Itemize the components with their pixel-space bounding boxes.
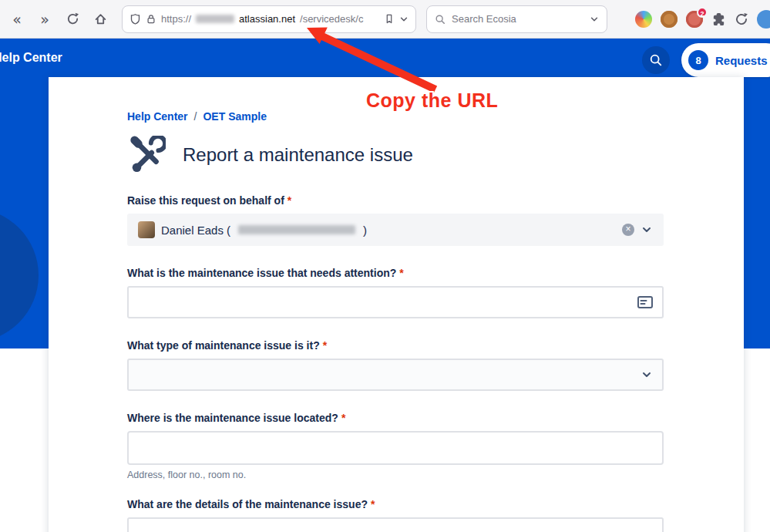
browser-toolbar: « » https:// atlassian.net /service	[0, 0, 770, 39]
url-path: /servicedesk/c	[300, 13, 363, 25]
browser-search-field[interactable]: Search Ecosia	[426, 5, 607, 33]
reload-button[interactable]	[60, 7, 85, 32]
required-asterisk: *	[287, 194, 291, 207]
details-field: What are the details of the maintenance …	[127, 498, 664, 532]
chevron-down-icon[interactable]	[641, 369, 653, 381]
forward-button[interactable]: »	[32, 7, 57, 32]
lock-icon[interactable]	[146, 13, 156, 25]
ecosia-extension-icon[interactable]	[635, 11, 652, 28]
issue-type-label: What type of maintenance issue is it?*	[127, 339, 664, 352]
breadcrumb-help-center[interactable]: Help Center	[127, 110, 188, 123]
behalf-label: Raise this request on behalf of*	[127, 194, 664, 207]
location-helper-text: Address, floor no., room no.	[127, 470, 664, 481]
chevron-down-icon[interactable]	[641, 224, 653, 236]
issue-type-label-text: What type of maintenance issue is it?	[127, 339, 320, 352]
portal-search-button[interactable]	[642, 46, 670, 74]
location-label-text: Where is the maintenance issue located?	[127, 412, 338, 424]
request-form: Raise this request on behalf of* Daniel …	[127, 194, 664, 532]
extension-toolbar-area: 2	[635, 10, 765, 29]
requests-button[interactable]: 8 Requests	[681, 43, 770, 77]
shield-permissions-icon[interactable]	[129, 13, 141, 25]
breadcrumb-separator: /	[194, 110, 197, 123]
redacted-email	[238, 225, 355, 234]
behalf-select[interactable]: Daniel Eads ( ) ×	[127, 214, 664, 246]
home-icon	[94, 12, 107, 25]
back-icon: «	[12, 11, 22, 28]
extensions-puzzle-icon[interactable]	[711, 12, 726, 26]
behalf-label-text: Raise this request on behalf of	[127, 194, 284, 207]
profile-icon[interactable]	[757, 10, 770, 29]
requests-label: Requests	[715, 54, 768, 67]
requests-count-badge: 8	[688, 50, 708, 70]
screenshot-root: « » https:// atlassian.net /service	[0, 0, 770, 532]
url-protocol: https://	[161, 13, 191, 25]
location-input[interactable]	[127, 431, 664, 465]
summary-label-text: What is the maintenance issue that needs…	[127, 267, 396, 279]
details-label: What are the details of the maintenance …	[127, 498, 664, 511]
required-asterisk: *	[371, 498, 375, 510]
issue-type-field: What type of maintenance issue is it?*	[127, 339, 664, 391]
url-domain: atlassian.net	[239, 13, 295, 25]
extension-notification-badge: 2	[697, 7, 708, 18]
bookmark-icon[interactable]	[384, 13, 395, 25]
decorative-circle	[0, 208, 39, 342]
location-field: Where is the maintenance issue located?*…	[127, 412, 664, 481]
location-label: Where is the maintenance issue located?*	[127, 412, 664, 425]
search-icon	[649, 53, 663, 67]
breadcrumb-oet-sample[interactable]: OET Sample	[203, 110, 266, 123]
url-dropdown-chevron-icon[interactable]	[399, 15, 409, 24]
required-asterisk: *	[341, 412, 345, 424]
page-title: Report a maintenance issue	[183, 144, 413, 166]
back-button[interactable]: «	[5, 7, 29, 32]
badged-extension-icon[interactable]: 2	[686, 11, 703, 28]
search-engine-icon	[435, 14, 446, 25]
search-dropdown-chevron-icon[interactable]	[590, 15, 599, 24]
behalf-field: Raise this request on behalf of* Daniel …	[127, 194, 664, 246]
required-asterisk: *	[399, 267, 403, 279]
behalf-value-prefix: Daniel Eads (	[161, 224, 230, 237]
required-asterisk: *	[323, 339, 327, 352]
extension-icon[interactable]	[661, 11, 678, 28]
details-textarea[interactable]	[127, 517, 664, 532]
redacted-subdomain	[196, 15, 234, 23]
search-placeholder: Search Ecosia	[452, 13, 516, 25]
behalf-value-suffix: )	[363, 224, 367, 237]
summary-label: What is the maintenance issue that needs…	[127, 267, 664, 280]
details-label-text: What are the details of the maintenance …	[127, 498, 368, 510]
address-card-icon[interactable]	[637, 296, 653, 308]
summary-input[interactable]	[127, 286, 664, 318]
issue-type-select[interactable]	[127, 359, 664, 391]
summary-field: What is the maintenance issue that needs…	[127, 267, 664, 318]
request-type-header: Report a maintenance issue	[127, 133, 664, 177]
breadcrumb: Help Center / OET Sample	[127, 109, 664, 123]
home-button[interactable]	[88, 7, 113, 32]
forward-icon: »	[40, 11, 49, 28]
request-form-card: Help Center / OET Sample Report a mainte…	[49, 77, 744, 532]
url-bar[interactable]: https:// atlassian.net /servicedesk/c	[122, 5, 416, 33]
user-avatar	[138, 221, 155, 238]
clear-selection-icon[interactable]: ×	[622, 224, 634, 236]
sync-icon[interactable]	[735, 12, 748, 26]
reload-icon	[66, 12, 79, 25]
portal-title: Help Center	[0, 51, 62, 65]
maintenance-tools-icon	[127, 136, 166, 174]
